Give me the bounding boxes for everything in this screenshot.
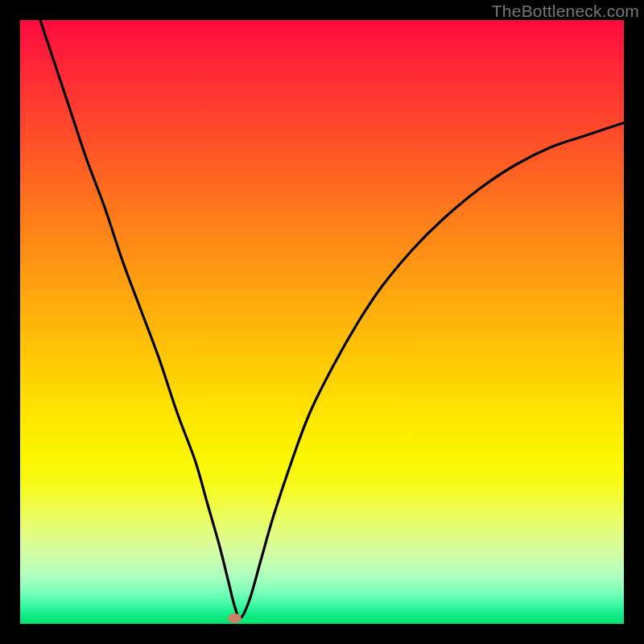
watermark-text: TheBottleneck.com: [492, 2, 639, 21]
optimum-marker: [228, 613, 242, 623]
bottleneck-curve: [20, 20, 624, 624]
chart-stage: TheBottleneck.com: [0, 0, 644, 644]
plot-area: [20, 20, 624, 624]
